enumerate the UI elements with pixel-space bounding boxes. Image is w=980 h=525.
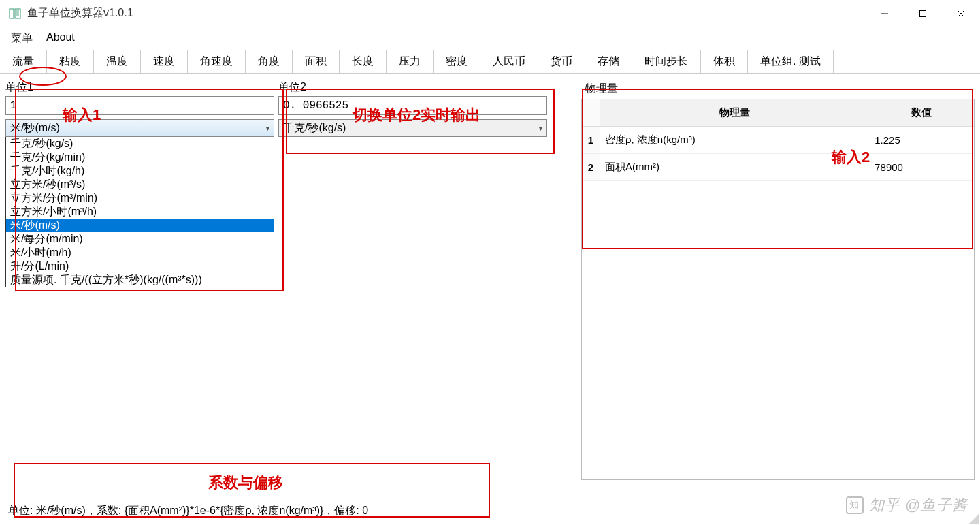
footer: 单位: 米/秒(m/s)，系数: {面积A(mm²)}*1e-6*{密度ρ, 浓… [5, 500, 975, 522]
watermark: 知 知乎 @鱼子酱 [846, 495, 968, 515]
main-content: 单位1 米/秒(m/s) ▾ 千克/秒(kg/s) 千克/分(kg/min) 千… [0, 74, 980, 487]
unit1-column: 单位1 米/秒(m/s) ▾ 千克/秒(kg/s) 千克/分(kg/min) 千… [5, 80, 274, 480]
physical-quantity-column: 物理量 物理量 数值 1 密度ρ, 浓度n(kg/m³) 1.225 [581, 80, 975, 480]
dropdown-item-selected[interactable]: 米/秒(m/s) [6, 219, 274, 232]
menubar: 菜单 About [0, 27, 980, 50]
tab-rmb[interactable]: 人民币 [480, 50, 538, 73]
app-icon [8, 7, 22, 20]
tab-viscosity[interactable]: 粘度 [47, 50, 94, 73]
dropdown-item[interactable]: 千克/秒(kg/s) [6, 137, 274, 150]
cell-index: 1 [582, 127, 600, 154]
tab-volume[interactable]: 体积 [701, 50, 748, 73]
tab-currency[interactable]: 货币 [538, 50, 585, 73]
phys-panel: 物理量 数值 1 密度ρ, 浓度n(kg/m³) 1.225 2 面积A(mm²… [581, 99, 975, 480]
th-name: 物理量 [600, 99, 869, 127]
tab-pressure[interactable]: 压力 [387, 50, 434, 73]
phys-table: 物理量 数值 1 密度ρ, 浓度n(kg/m³) 1.225 2 面积A(mm²… [582, 99, 974, 181]
menu-item-file[interactable]: 菜单 [11, 31, 33, 46]
tab-angle[interactable]: 角度 [246, 50, 293, 73]
tab-storage[interactable]: 存储 [585, 50, 632, 73]
th-value: 数值 [869, 99, 974, 127]
unit1-value-input[interactable] [5, 96, 274, 115]
tab-area[interactable]: 面积 [293, 50, 340, 73]
titlebar-left: 鱼子单位换算器v1.0.1 [8, 6, 133, 20]
table-row[interactable]: 1 密度ρ, 浓度n(kg/m³) 1.225 [582, 127, 974, 154]
window-titlebar: 鱼子单位换算器v1.0.1 [0, 0, 980, 27]
tab-velocity[interactable]: 速度 [141, 50, 188, 73]
cell-value[interactable]: 1.225 [869, 127, 974, 154]
cell-name: 面积A(mm²) [600, 154, 869, 181]
unit2-combo[interactable]: 千克/秒(kg/s) ▾ [278, 119, 547, 137]
zhihu-icon: 知 [846, 496, 864, 514]
dropdown-item[interactable]: 立方米/小时(m³/h) [6, 205, 274, 219]
dropdown-item[interactable]: 米/每分(m/min) [6, 232, 274, 246]
tab-temperature[interactable]: 温度 [94, 50, 141, 73]
resize-grip-icon[interactable] [969, 514, 979, 524]
window-title: 鱼子单位换算器v1.0.1 [27, 6, 133, 20]
chevron-down-icon: ▾ [539, 125, 542, 132]
dropdown-item[interactable]: 立方米/秒(m³/s) [6, 178, 274, 191]
chevron-down-icon: ▾ [266, 125, 270, 132]
cell-index: 2 [582, 154, 600, 181]
svg-rect-1 [15, 9, 20, 18]
dropdown-item[interactable]: 立方米/分(m³/min) [6, 191, 274, 205]
unit1-combo[interactable]: 米/秒(m/s) ▾ [5, 119, 274, 137]
th-index [582, 99, 600, 127]
tab-timestep[interactable]: 时间步长 [632, 50, 701, 73]
unit2-column: 单位2 千克/秒(kg/s) ▾ [278, 80, 547, 480]
unit2-combo-text: 千克/秒(kg/s) [283, 121, 346, 136]
cell-value[interactable]: 78900 [869, 154, 974, 181]
unit1-label: 单位1 [5, 80, 274, 95]
unit1-combo-text: 米/秒(m/s) [10, 121, 60, 136]
window-controls [866, 0, 980, 27]
unit2-value-output[interactable] [278, 96, 547, 115]
phys-label: 物理量 [581, 80, 975, 97]
tab-flow[interactable]: 流量 [0, 50, 47, 73]
menu-item-about[interactable]: About [46, 31, 75, 46]
unit1-dropdown[interactable]: 千克/秒(kg/s) 千克/分(kg/min) 千克/小时(kg/h) 立方米/… [5, 137, 274, 287]
watermark-text: 知乎 @鱼子酱 [869, 495, 968, 515]
dropdown-item[interactable]: 升/分(L/min) [6, 259, 274, 273]
dropdown-item[interactable]: 千克/小时(kg/h) [6, 164, 274, 178]
tab-unit-group-test[interactable]: 单位组. 测试 [748, 50, 834, 73]
dropdown-item[interactable]: 千克/分(kg/min) [6, 150, 274, 164]
unit2-label: 单位2 [278, 80, 547, 95]
tab-length[interactable]: 长度 [340, 50, 387, 73]
cell-name: 密度ρ, 浓度n(kg/m³) [600, 127, 869, 154]
minimize-button[interactable] [866, 0, 904, 27]
tab-angular-velocity[interactable]: 角速度 [188, 50, 246, 73]
tab-density[interactable]: 密度 [434, 50, 480, 73]
maximize-button[interactable] [904, 0, 942, 27]
dropdown-item[interactable]: 米/小时(m/h) [6, 246, 274, 259]
table-row[interactable]: 2 面积A(mm²) 78900 [582, 154, 974, 181]
tab-bar: 流量 粘度 温度 速度 角速度 角度 面积 长度 压力 密度 人民币 货币 存储… [0, 50, 980, 74]
svg-rect-0 [10, 9, 14, 18]
dropdown-item[interactable]: 质量源项. 千克/((立方米*秒)(kg/((m³*s))) [6, 273, 274, 287]
close-button[interactable] [942, 0, 980, 27]
coefficient-status: 单位: 米/秒(m/s)，系数: {面积A(mm²)}*1e-6*{密度ρ, 浓… [5, 500, 975, 522]
svg-rect-6 [920, 10, 926, 16]
